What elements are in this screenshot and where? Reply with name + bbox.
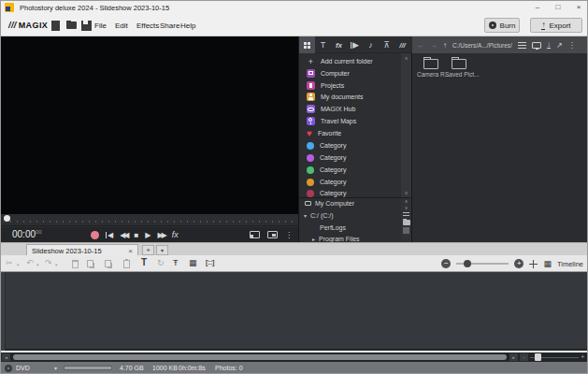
redo-dropdown-icon[interactable]: ▾ [55, 262, 58, 267]
tab-media-grid[interactable] [299, 36, 315, 53]
cut-icon[interactable]: ✂ [6, 258, 13, 267]
minimize-button[interactable]: – [527, 1, 548, 14]
duplicate-icon[interactable] [105, 260, 111, 267]
burn-target-label[interactable]: DVD [16, 365, 30, 371]
download-icon[interactable]: ↓ [547, 41, 551, 49]
cast-screen-icon[interactable] [250, 231, 260, 238]
text-duration-icon[interactable]: Ŧ [173, 258, 179, 267]
shortcut-computer[interactable]: Computer [299, 67, 402, 79]
menu-help[interactable]: Help [180, 22, 195, 30]
open-project-icon[interactable] [66, 21, 77, 31]
rewind-button[interactable]: ◀◀ [120, 231, 127, 239]
path-display[interactable]: C:/Users/A.../Pictures/ [452, 42, 512, 49]
fullscreen-preview-icon[interactable] [267, 231, 278, 238]
shortcut-category-purple[interactable]: Category [299, 151, 402, 164]
timeline-zoom-in-icon[interactable]: + [581, 352, 585, 362]
folder-icon [452, 59, 466, 69]
tab-magix-content[interactable]: /// [394, 36, 410, 53]
scroll-down-icon[interactable]: ∨ [405, 190, 409, 195]
stop-button[interactable]: ■ [134, 231, 138, 239]
shortcut-favorite[interactable]: ♥ Favorite [299, 127, 402, 139]
close-tab-icon[interactable]: × [128, 247, 133, 255]
shortcut-category-green[interactable]: Category [299, 164, 402, 176]
tab-store[interactable]: ⊼ [379, 36, 394, 53]
undo-icon[interactable]: ↶ [26, 258, 34, 267]
timeline-zoom-out-icon[interactable]: − [520, 353, 528, 361]
burn-button[interactable]: Burn [484, 18, 520, 33]
close-button[interactable]: × [568, 1, 588, 14]
view-options-icon[interactable] [518, 42, 526, 49]
fast-forward-button[interactable]: ▶▶ [157, 231, 165, 239]
list-view-icon[interactable] [403, 212, 409, 218]
preview-scrubber[interactable] [1, 214, 298, 226]
tab-effects[interactable]: fx [331, 36, 347, 53]
rotate-icon[interactable]: ↻ [157, 258, 165, 267]
redo-icon[interactable]: ↷ [45, 258, 52, 267]
folder-saved-pictures[interactable]: Saved Pict... [445, 59, 473, 78]
export-button[interactable]: ↑ Export [530, 18, 582, 33]
shortcut-category-blue[interactable]: Category [299, 139, 402, 151]
tree-perflogs[interactable]: PerfLogs [320, 224, 346, 231]
back-icon[interactable]: ← [417, 41, 424, 50]
undo-dropdown-icon[interactable]: ▾ [36, 262, 39, 267]
range-markers-icon[interactable]: [::] [206, 259, 214, 266]
play-button[interactable]: ▶ [145, 231, 151, 239]
tab-list-dropdown[interactable]: ▾ [156, 245, 168, 255]
preview-monitor-icon[interactable] [532, 42, 541, 49]
tree-program-files[interactable]: ▸ Program Files [312, 236, 360, 242]
paste-icon[interactable] [123, 260, 130, 268]
shortcut-magix-hub[interactable]: MAGIX Hub [299, 103, 402, 115]
folder-icon[interactable] [403, 220, 410, 225]
maximize-button[interactable]: □ [548, 1, 568, 14]
media-pool-scrollbar[interactable]: ∧ ∨ [401, 53, 411, 197]
zoom-slider-handle[interactable] [464, 260, 471, 267]
zoom-slider[interactable] [456, 263, 509, 265]
hscroll-handle[interactable] [13, 354, 507, 360]
fx-button[interactable]: fx [172, 230, 179, 239]
shortcut-my-documents[interactable]: My documents [299, 91, 402, 103]
skip-start-button[interactable]: ◀ [106, 231, 113, 239]
tree-drive-c[interactable]: ▾ C:/ (C:/) [304, 212, 334, 219]
title-editor-icon[interactable]: T [141, 257, 147, 267]
save-project-icon[interactable] [81, 21, 92, 31]
scroll-down-icon[interactable]: ∨ [405, 206, 409, 210]
shortcut-travel-maps[interactable]: Travel Maps [299, 115, 402, 127]
tab-titles[interactable]: T [315, 36, 331, 53]
copy-icon[interactable] [87, 260, 93, 267]
scroll-right-icon[interactable]: ▸ [509, 353, 518, 361]
folder-camera-roll[interactable]: Camera R... [417, 59, 445, 78]
record-button[interactable] [91, 231, 99, 239]
scroll-left-icon[interactable]: ◂ [2, 353, 10, 361]
menu-edit[interactable]: Edit [115, 22, 128, 30]
cloud-icon [307, 105, 315, 113]
disk-icon[interactable] [403, 227, 409, 234]
new-project-icon[interactable] [51, 21, 60, 31]
menu-effects[interactable]: Effects [136, 22, 159, 30]
menu-file[interactable]: File [94, 22, 107, 30]
timeline-area[interactable] [1, 272, 588, 351]
tab-transitions[interactable]: ▶ [347, 36, 363, 53]
transport-menu-dots-icon[interactable]: ⋮ [285, 231, 293, 239]
slideshow-maker-icon[interactable]: ▦ [189, 258, 197, 267]
menu-share[interactable]: Share [160, 22, 179, 30]
playhead-handle[interactable] [4, 215, 10, 222]
timeline-mode-button[interactable]: Timeline [557, 260, 583, 268]
timeline-zoom-handle[interactable] [535, 353, 541, 361]
new-tab-button[interactable]: + [142, 245, 154, 255]
fit-view-icon[interactable] [529, 260, 538, 268]
scroll-up-icon[interactable]: ∧ [405, 199, 409, 204]
add-current-folder[interactable]: + Add current folder [299, 55, 402, 67]
up-folder-icon[interactable]: ↑ [443, 41, 447, 50]
zoom-in-button[interactable]: + [514, 259, 523, 268]
tab-audio[interactable]: ♪ [363, 36, 379, 53]
storyboard-view-icon[interactable]: ▦ [543, 259, 552, 268]
cut-dropdown-icon[interactable]: ▾ [17, 262, 20, 267]
scroll-up-icon[interactable]: ∧ [405, 55, 409, 61]
tree-my-computer[interactable]: My Computer [305, 200, 354, 207]
forward-icon[interactable]: → [430, 41, 437, 50]
target-dropdown-icon[interactable]: ▾ [54, 365, 57, 371]
share-arrow-icon[interactable]: ↗ [556, 41, 563, 50]
browser-menu-dots-icon[interactable]: ⋮ [568, 41, 576, 50]
delete-icon[interactable] [72, 260, 79, 268]
zoom-out-button[interactable]: − [441, 259, 451, 268]
